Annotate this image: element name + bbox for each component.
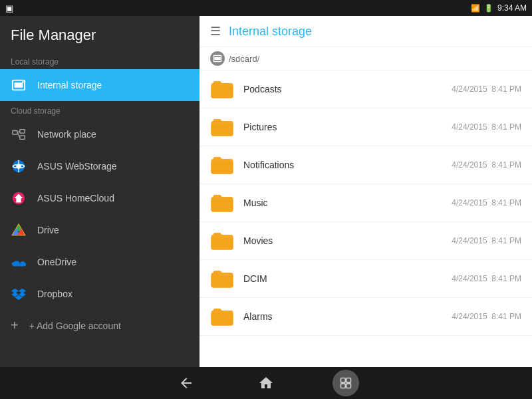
app-title: File Manager bbox=[0, 16, 200, 52]
file-name: Pictures bbox=[243, 122, 442, 132]
status-bar-right: 📶 🔋 9:34 AM bbox=[471, 3, 527, 13]
add-google-account-item[interactable]: + + Add Google account bbox=[0, 310, 200, 341]
svg-rect-21 bbox=[341, 384, 346, 388]
breadcrumb-text: /sdcard/ bbox=[229, 54, 259, 64]
sidebar-item-dropbox[interactable]: Dropbox bbox=[0, 278, 200, 310]
file-name: DCIM bbox=[243, 273, 442, 284]
folder-icon bbox=[210, 229, 234, 253]
svg-rect-19 bbox=[341, 378, 346, 383]
file-date: 4/24/2015 8:41 PM bbox=[452, 84, 521, 94]
sidebar-item-asus-home[interactable]: ASUS HomeCloud bbox=[0, 182, 200, 214]
svg-rect-4 bbox=[20, 130, 25, 134]
wifi-icon: 📶 bbox=[471, 4, 480, 13]
status-bar-left: ▣ bbox=[5, 3, 13, 13]
asus-homecloud-icon bbox=[11, 190, 27, 206]
svg-rect-18 bbox=[214, 57, 220, 61]
sidebar: File Manager Local storage Internal stor… bbox=[0, 16, 200, 367]
svg-rect-20 bbox=[346, 378, 351, 383]
svg-rect-3 bbox=[13, 131, 17, 135]
table-row[interactable]: Pictures 4/24/2015 8:41 PM bbox=[200, 108, 532, 146]
svg-rect-5 bbox=[20, 136, 25, 140]
sidebar-item-internal[interactable]: Internal storage bbox=[0, 69, 200, 101]
file-date: 4/24/2015 8:41 PM bbox=[452, 274, 521, 283]
folder-icon bbox=[210, 115, 234, 139]
file-date: 4/24/2015 8:41 PM bbox=[452, 160, 521, 170]
content-area: ☰ Internal storage /sdcard/ Podcasts 4/2… bbox=[200, 16, 532, 367]
sidebar-item-drive[interactable]: Drive bbox=[0, 214, 200, 246]
home-button[interactable] bbox=[253, 370, 279, 396]
main-layout: File Manager Local storage Internal stor… bbox=[0, 16, 532, 367]
file-name: Alarms bbox=[243, 311, 442, 322]
file-name: Movies bbox=[243, 235, 442, 246]
svg-rect-16 bbox=[13, 264, 26, 267]
app-status-icon: ▣ bbox=[5, 3, 13, 13]
nav-bar bbox=[0, 367, 532, 399]
file-date: 4/24/2015 8:41 PM bbox=[452, 198, 521, 207]
recents-button[interactable] bbox=[332, 370, 359, 396]
sidebar-item-onedrive[interactable]: OneDrive bbox=[0, 246, 200, 278]
drive-icon bbox=[11, 222, 27, 238]
internal-storage-icon bbox=[11, 77, 27, 93]
breadcrumb-icon bbox=[210, 51, 225, 66]
table-row[interactable]: Podcasts 4/24/2015 8:41 PM bbox=[200, 70, 532, 108]
asus-webstorage-label: ASUS WebStorage bbox=[37, 161, 117, 172]
table-row[interactable]: Alarms 4/24/2015 8:41 PM bbox=[200, 298, 532, 336]
file-list: Podcasts 4/24/2015 8:41 PM Pictures 4/24… bbox=[200, 70, 532, 367]
onedrive-label: OneDrive bbox=[37, 257, 76, 267]
add-account-icon: + bbox=[11, 318, 19, 333]
add-account-label: + Add Google account bbox=[29, 321, 121, 331]
svg-rect-22 bbox=[346, 384, 351, 388]
drive-label: Drive bbox=[37, 225, 59, 235]
svg-rect-1 bbox=[15, 82, 23, 87]
hamburger-icon[interactable]: ☰ bbox=[210, 24, 221, 39]
file-date: 4/24/2015 8:41 PM bbox=[452, 312, 521, 321]
folder-icon bbox=[210, 305, 234, 329]
time-display: 9:34 AM bbox=[497, 3, 527, 13]
back-button[interactable] bbox=[173, 370, 200, 396]
svg-point-2 bbox=[22, 81, 24, 83]
file-name: Notifications bbox=[243, 160, 442, 170]
file-name: Music bbox=[243, 198, 442, 208]
file-date: 4/24/2015 8:41 PM bbox=[452, 122, 521, 132]
local-storage-label: Local storage bbox=[0, 52, 200, 69]
sidebar-item-asus-web[interactable]: ASUS WebStorage bbox=[0, 150, 200, 182]
table-row[interactable]: Movies 4/24/2015 8:41 PM bbox=[200, 222, 532, 260]
status-bar: ▣ 📶 🔋 9:34 AM bbox=[0, 0, 532, 16]
file-date: 4/24/2015 8:41 PM bbox=[452, 236, 521, 245]
content-title: Internal storage bbox=[229, 25, 312, 39]
asus-webstorage-icon bbox=[11, 158, 27, 174]
network-place-label: Network place bbox=[37, 129, 96, 140]
table-row[interactable]: Music 4/24/2015 8:41 PM bbox=[200, 184, 532, 222]
cloud-storage-label: Cloud storage bbox=[0, 101, 200, 118]
onedrive-icon bbox=[11, 254, 27, 270]
asus-homecloud-label: ASUS HomeCloud bbox=[37, 193, 114, 203]
battery-icon: 🔋 bbox=[484, 4, 493, 13]
folder-icon bbox=[210, 191, 234, 215]
folder-icon bbox=[210, 267, 234, 291]
internal-storage-label: Internal storage bbox=[37, 80, 102, 90]
content-header: ☰ Internal storage bbox=[200, 16, 532, 47]
svg-line-7 bbox=[17, 132, 20, 137]
table-row[interactable]: DCIM 4/24/2015 8:41 PM bbox=[200, 260, 532, 298]
dropbox-icon bbox=[11, 286, 27, 302]
sidebar-item-network[interactable]: Network place bbox=[0, 118, 200, 150]
folder-icon bbox=[210, 77, 234, 101]
folder-icon bbox=[210, 153, 234, 177]
file-name: Podcasts bbox=[243, 84, 442, 94]
dropbox-label: Dropbox bbox=[37, 289, 72, 299]
table-row[interactable]: Notifications 4/24/2015 8:41 PM bbox=[200, 146, 532, 184]
breadcrumb: /sdcard/ bbox=[200, 47, 532, 70]
network-place-icon bbox=[11, 126, 27, 142]
